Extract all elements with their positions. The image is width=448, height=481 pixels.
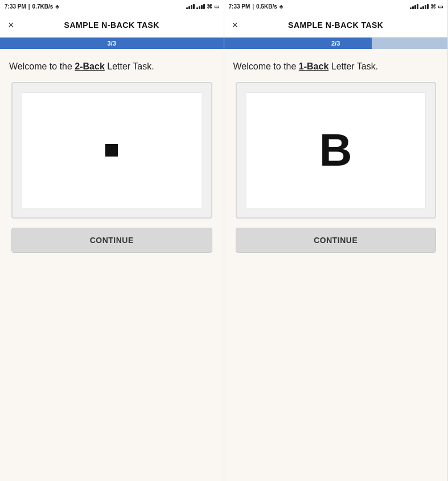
- inner-box-left: [22, 92, 202, 208]
- status-right-right: ⌘ ▭: [410, 3, 443, 10]
- battery-icon-right: ▭: [438, 3, 443, 10]
- progress-label-left: 3/3: [108, 40, 116, 47]
- progress-label-right: 2/3: [331, 40, 340, 47]
- status-left-right: 7:33 PM | 0.5KB/s ♣: [229, 3, 283, 10]
- sep-right: |: [252, 3, 254, 10]
- progress-bar-left: 3/3: [0, 38, 224, 49]
- continue-button-right[interactable]: CONTINUE: [236, 228, 437, 253]
- continue-label-right: CONTINUE: [314, 236, 357, 245]
- close-button-left[interactable]: ×: [8, 20, 14, 30]
- bottom-area-right: [224, 276, 448, 482]
- task-name-left: 2-Back: [75, 61, 104, 71]
- progress-fill-right: [224, 38, 372, 49]
- welcome-after-left: Letter Task.: [105, 61, 154, 71]
- bluetooth-icon-left: ♣: [55, 3, 59, 10]
- header-title-right: SAMPLE N-BACK TASK: [288, 20, 383, 30]
- welcome-after-right: Letter Task.: [328, 61, 378, 71]
- bluetooth-icon-right: ♣: [280, 3, 283, 10]
- app-header-left: × SAMPLE N-BACK TASK: [0, 13, 224, 38]
- battery-icon-left: ▭: [214, 3, 219, 10]
- signal-icon2-left: [196, 3, 205, 9]
- welcome-before-right: Welcome to the: [233, 61, 299, 71]
- left-panel: 7:33 PM | 0.7KB/s ♣ ⌘ ▭ × SAMPLE N-BA: [0, 0, 224, 481]
- task-name-right: 1-Back: [299, 61, 328, 71]
- display-box-right: B: [236, 82, 437, 219]
- app-header-right: × SAMPLE N-BACK TASK: [224, 13, 448, 38]
- wifi-icon-right: ⌘: [430, 3, 436, 10]
- speed-value-right: 0.5KB/s: [256, 3, 277, 10]
- bottom-area-left: [0, 276, 224, 482]
- close-button-right[interactable]: ×: [232, 20, 239, 30]
- inner-box-right: B: [246, 92, 426, 208]
- signal-icon2-right: [420, 3, 429, 9]
- speed-left: |: [28, 3, 30, 10]
- speed-value-left: 0.7KB/s: [32, 3, 54, 10]
- square-symbol-left: [105, 144, 118, 157]
- right-panel: 7:33 PM | 0.5KB/s ♣ ⌘ ▭ × SAMPLE N-BA: [224, 0, 449, 481]
- status-left-left: 7:33 PM | 0.7KB/s ♣: [5, 3, 59, 10]
- time-left: 7:33 PM: [5, 3, 26, 10]
- time-right: 7:33 PM: [229, 3, 250, 10]
- welcome-text-right: Welcome to the 1-Back Letter Task.: [233, 60, 439, 73]
- header-title-left: SAMPLE N-BACK TASK: [64, 20, 159, 30]
- signal-icon-left: [186, 3, 195, 9]
- welcome-text-left: Welcome to the 2-Back Letter Task.: [9, 60, 215, 73]
- display-box-left: [11, 82, 212, 219]
- continue-button-left[interactable]: CONTINUE: [11, 228, 212, 253]
- status-right-left: ⌘ ▭: [186, 3, 219, 10]
- status-bar-right: 7:33 PM | 0.5KB/s ♣ ⌘ ▭: [224, 0, 448, 13]
- welcome-before-left: Welcome to the: [9, 61, 75, 71]
- content-area-left: Welcome to the 2-Back Letter Task. CONTI…: [0, 49, 224, 276]
- letter-symbol-right: B: [319, 128, 352, 173]
- status-bar-left: 7:33 PM | 0.7KB/s ♣ ⌘ ▭: [0, 0, 224, 13]
- content-area-right: Welcome to the 1-Back Letter Task. B CON…: [224, 49, 448, 276]
- progress-bar-right: 2/3: [224, 38, 448, 49]
- continue-label-left: CONTINUE: [90, 236, 134, 245]
- signal-icon-right: [410, 3, 418, 9]
- wifi-icon-left: ⌘: [207, 3, 212, 10]
